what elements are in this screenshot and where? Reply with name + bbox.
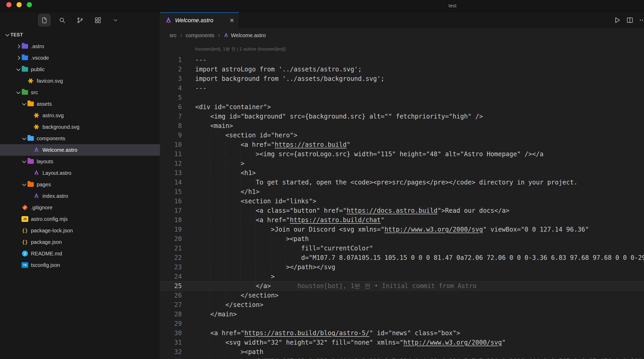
- code-line[interactable]: 25 </a>houston[bot], 1분 전 • Initial comm…: [160, 281, 644, 291]
- code-line[interactable]: 10 <a href="https://astro.build": [160, 140, 644, 149]
- breadcrumb-item-welcome-astro[interactable]: Welcome.astro: [223, 32, 266, 39]
- code-line[interactable]: 2import astroLogo from '../assets/astro.…: [160, 65, 644, 74]
- extensions-icon[interactable]: [91, 14, 104, 26]
- code-line[interactable]: 30 <a href="https://astro.build/blog/ast…: [160, 328, 644, 338]
- code-line[interactable]: 19 >Join our Discord <svg xmlns="http://…: [160, 225, 644, 234]
- search-icon[interactable]: [56, 14, 68, 26]
- code-line[interactable]: 8 <main>: [160, 121, 644, 131]
- code-line[interactable]: 24 >: [160, 272, 644, 281]
- tree-item-favicon-svg[interactable]: favicon.svg: [0, 75, 160, 87]
- code-line[interactable]: 3import background from '../assets/backg…: [160, 74, 644, 83]
- code-line[interactable]: 4---: [160, 83, 644, 93]
- chevron-down-icon[interactable]: [20, 103, 27, 105]
- tree-item-components[interactable]: components: [0, 133, 160, 144]
- code-line[interactable]: 32 ><path: [160, 347, 644, 357]
- breadcrumb-item-src[interactable]: src: [170, 32, 177, 38]
- code-line[interactable]: 20 ><path: [160, 234, 644, 244]
- code-line[interactable]: 15 </h1>: [160, 187, 644, 197]
- code-line[interactable]: 9 <section id="hero">: [160, 131, 644, 140]
- code-line[interactable]: 33 d="M24.667 12c1.222 1.414 2.2.102 2.5…: [160, 357, 644, 359]
- tree-item-pages[interactable]: pages: [0, 179, 160, 190]
- tree-item-tsconfig-json[interactable]: TStsconfig.json: [0, 259, 160, 271]
- code-line[interactable]: 1---: [160, 55, 644, 65]
- tree-item-package-json[interactable]: {}package.json: [0, 236, 160, 248]
- chevron-right-icon[interactable]: [15, 57, 21, 59]
- line-number[interactable]: 29: [160, 319, 182, 328]
- line-number[interactable]: 23: [160, 262, 182, 272]
- line-number[interactable]: 7: [160, 112, 182, 121]
- tab-welcome-astro[interactable]: Welcome.astro ×: [160, 12, 239, 28]
- run-icon[interactable]: [612, 14, 623, 26]
- close-window-button[interactable]: [6, 2, 12, 7]
- code-line[interactable]: 17 <a class="button" href="https://docs.…: [160, 206, 644, 215]
- code-line[interactable]: 18 <a href="https://astro.build/chat": [160, 215, 644, 225]
- chevron-down-icon[interactable]: [20, 137, 27, 140]
- explorer-root-row[interactable]: TEST: [0, 29, 160, 41]
- tree-item-public[interactable]: public: [0, 64, 160, 75]
- tree-item-src[interactable]: src: [0, 87, 160, 98]
- line-number[interactable]: 18: [160, 215, 182, 225]
- line-number[interactable]: 8: [160, 121, 182, 131]
- line-number[interactable]: 16: [160, 197, 182, 206]
- chevron-down-icon[interactable]: [4, 33, 10, 36]
- line-number[interactable]: 22: [160, 253, 182, 262]
- files-icon[interactable]: [38, 14, 51, 26]
- code-line[interactable]: 21 fill="currentColor": [160, 244, 644, 253]
- code-line[interactable]: 28 </main>: [160, 310, 644, 319]
- breadcrumb-item-components[interactable]: components: [186, 32, 214, 38]
- tree-item-layouts[interactable]: layouts: [0, 156, 160, 167]
- line-number[interactable]: 2: [160, 65, 182, 74]
- code-line[interactable]: 5: [160, 93, 644, 102]
- tree-item-package-lock-json[interactable]: {}package-lock.json: [0, 225, 160, 236]
- line-number[interactable]: 1: [160, 55, 182, 65]
- tree-item-readme-md[interactable]: iREADME.md: [0, 248, 160, 259]
- more-actions-icon[interactable]: [637, 14, 644, 26]
- line-number[interactable]: 11: [160, 149, 182, 159]
- code-line[interactable]: 27 </section>: [160, 300, 644, 310]
- line-number[interactable]: 15: [160, 187, 182, 197]
- line-number[interactable]: 28: [160, 310, 182, 319]
- code-line[interactable]: 26 </section>: [160, 291, 644, 300]
- code-line[interactable]: 12 >: [160, 159, 644, 168]
- tree-item--vscode[interactable]: .vscode: [0, 52, 160, 64]
- tree-item-background-svg[interactable]: background.svg: [0, 121, 160, 133]
- minimize-window-button[interactable]: [17, 2, 22, 7]
- split-editor-icon[interactable]: [625, 14, 635, 26]
- chevron-right-icon[interactable]: [15, 45, 21, 48]
- tree-item-index-astro[interactable]: index.astro: [0, 190, 160, 202]
- tree-item-astro-config-mjs[interactable]: JSastro.config.mjs: [0, 213, 160, 225]
- chevron-down-icon[interactable]: [20, 183, 27, 186]
- line-number[interactable]: 10: [160, 140, 182, 149]
- line-number[interactable]: 30: [160, 328, 182, 338]
- code-line[interactable]: 6<div id="container">: [160, 102, 644, 112]
- tree-item--gitignore[interactable]: .gitignore: [0, 202, 160, 213]
- tree-item-layout-astro[interactable]: Layout.astro: [0, 167, 160, 179]
- line-number[interactable]: 25: [160, 281, 182, 291]
- line-number[interactable]: 4: [160, 83, 182, 93]
- zoom-window-button[interactable]: [27, 2, 32, 7]
- line-number[interactable]: 13: [160, 168, 182, 178]
- code-line[interactable]: 23 ></path></svg: [160, 262, 644, 272]
- line-number[interactable]: 17: [160, 206, 182, 215]
- line-number[interactable]: 27: [160, 300, 182, 310]
- line-number[interactable]: 6: [160, 102, 182, 112]
- chevron-down-icon[interactable]: [109, 14, 122, 26]
- line-number[interactable]: 31: [160, 338, 182, 347]
- code-line[interactable]: 13 <h1>: [160, 168, 644, 178]
- code-line[interactable]: 31 <svg width="32" height="32" fill="non…: [160, 338, 644, 347]
- line-number[interactable]: 26: [160, 291, 182, 300]
- line-number[interactable]: 9: [160, 131, 182, 140]
- line-number[interactable]: 12: [160, 159, 182, 168]
- line-number[interactable]: 19: [160, 225, 182, 234]
- close-tab-icon[interactable]: ×: [230, 17, 234, 24]
- line-number[interactable]: 24: [160, 272, 182, 281]
- line-number[interactable]: 32: [160, 347, 182, 357]
- line-number[interactable]: 3: [160, 74, 182, 83]
- tree-item-assets[interactable]: assets: [0, 98, 160, 110]
- chevron-down-icon[interactable]: [15, 91, 21, 94]
- source-control-icon[interactable]: [74, 14, 86, 26]
- line-number[interactable]: 14: [160, 178, 182, 187]
- code-line[interactable]: 22 d="M107.7 8.07A105.15 105.15 0 0 0 81…: [160, 253, 644, 262]
- line-number[interactable]: 20: [160, 234, 182, 244]
- code-line[interactable]: 14 To get started, open the <code><pre>s…: [160, 178, 644, 187]
